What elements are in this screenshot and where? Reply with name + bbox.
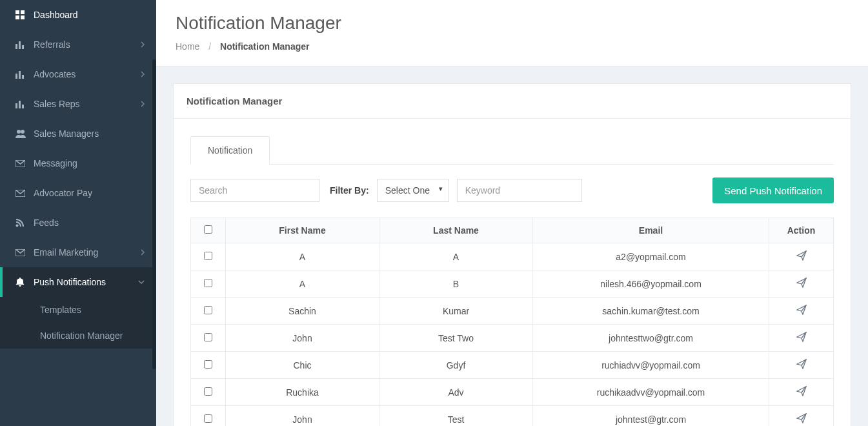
table-row: Sachin Kumar sachin.kumar@test.com [191,298,834,325]
cell-first-name: Ruchika [226,379,379,406]
main-content: Notification Manager Home / Notification… [156,0,868,426]
table-row: Ruchika Adv ruchikaadvv@yopmail.com [191,379,834,406]
sidebar-item-sales-reps[interactable]: Sales Reps [0,89,156,119]
tab-bar: Notification [190,136,834,165]
svg-point-15 [16,225,19,227]
sidebar-item-label: Sales Managers [34,128,145,139]
envelope-icon [15,249,34,256]
sidebar-item-referrals[interactable]: Referrals [0,30,156,59]
send-action-icon[interactable] [796,305,807,315]
card-notification-manager: Notification Manager Notification Filter… [173,83,851,426]
cell-last-name: B [379,270,533,298]
send-action-icon[interactable] [796,332,807,342]
card-title: Notification Manager [174,84,851,119]
sidebar-item-email-marketing[interactable]: Email Marketing [0,238,156,267]
sidebar-subitem-notification-manager[interactable]: Notification Manager [0,323,156,349]
sidebar-item-dashboard[interactable]: Dashboard [0,0,156,30]
send-action-icon[interactable] [796,386,807,396]
bell-icon [15,278,34,287]
sidebar-item-label: Messaging [34,158,145,168]
cell-email: johntest@gtr.com [533,406,769,427]
page-header: Notification Manager Home / Notification… [156,0,868,66]
sidebar-item-feeds[interactable]: Feeds [0,208,156,238]
svg-rect-11 [19,101,21,108]
column-header: Email [533,218,769,243]
send-action-icon[interactable] [796,413,807,423]
cell-email: johntesttwo@gtr.com [533,325,769,352]
sidebar-item-label: Sales Reps [34,99,141,109]
svg-rect-9 [22,75,24,79]
row-checkbox[interactable] [204,306,212,314]
sidebar-item-messaging[interactable]: Messaging [0,148,156,178]
page-title: Notification Manager [176,13,849,34]
send-action-icon[interactable] [796,278,807,288]
svg-rect-7 [15,74,17,79]
sidebar-item-label: Referrals [34,39,141,50]
sidebar-item-advocator-pay[interactable]: Advocator Pay [0,178,156,208]
cell-email: ruchiadvv@yopmail.com [533,352,769,379]
chevron-right-icon [141,249,145,256]
cell-first-name: Chic [226,352,379,379]
cell-email: ruchikaadvv@yopmail.com [533,379,769,406]
bars-icon [15,40,34,49]
sidebar-subitem-templates[interactable]: Templates [0,297,156,323]
column-header: First Name [226,218,379,243]
tab-notification[interactable]: Notification [190,136,270,165]
row-checkbox[interactable] [204,414,212,423]
svg-rect-6 [22,45,24,49]
cell-last-name: Kumar [379,298,533,325]
table-row: Chic Gdyf ruchiadvv@yopmail.com [191,352,834,379]
chevron-right-icon [141,71,145,77]
table-row: A B nilesh.466@yopmail.com [191,270,834,298]
breadcrumb-home[interactable]: Home [176,41,199,52]
svg-rect-12 [22,105,24,108]
filter-by-label: Filter By: [330,185,369,196]
table-row: A A a2@yopmail.com [191,243,834,270]
cell-last-name: Gdyf [379,352,533,379]
sidebar: Dashboard Referrals Advocates Sales Reps… [0,0,156,426]
cell-email: sachin.kumar@test.com [533,298,769,325]
send-push-notification-button[interactable]: Send Push Notification [712,178,834,203]
send-action-icon[interactable] [796,359,807,369]
search-input[interactable] [190,179,319,202]
row-checkbox[interactable] [204,360,212,369]
rss-icon [15,218,34,227]
cell-first-name: A [226,270,379,298]
svg-point-13 [17,130,21,134]
cell-first-name: Sachin [226,298,379,325]
svg-point-14 [21,130,25,134]
svg-rect-2 [15,15,19,19]
envelope-icon [15,190,34,197]
keyword-input[interactable] [457,179,582,202]
sidebar-item-push-notifications[interactable]: Push Notifications [0,267,156,297]
breadcrumb-current: Notification Manager [220,41,309,52]
filter-row: Filter By: Select One Send Push Notifica… [190,178,834,203]
filter-select[interactable]: Select One [377,179,449,202]
svg-rect-10 [15,103,17,108]
sidebar-scrollbar-track [152,0,156,426]
sidebar-scrollbar-thumb[interactable] [152,59,156,369]
row-checkbox[interactable] [204,387,212,396]
cell-first-name: John [226,325,379,352]
table-row: John Test johntest@gtr.com [191,406,834,427]
row-checkbox[interactable] [204,252,212,260]
row-checkbox[interactable] [204,333,212,341]
column-header: Last Name [379,218,533,243]
column-checkbox [191,218,226,243]
svg-rect-5 [19,41,21,49]
bars-icon [15,99,34,108]
cell-first-name: A [226,243,379,270]
chevron-right-icon [141,101,145,107]
sidebar-item-advocates[interactable]: Advocates [0,59,156,89]
sidebar-item-sales-managers[interactable]: Sales Managers [0,119,156,148]
svg-rect-1 [21,10,25,14]
sidebar-item-label: Feeds [34,218,145,228]
users-icon [15,129,34,138]
cell-last-name: Test Two [379,325,533,352]
send-action-icon[interactable] [796,250,807,261]
sidebar-item-label: Email Marketing [34,247,141,258]
row-checkbox[interactable] [204,279,212,287]
envelope-icon [15,160,34,167]
select-all-checkbox[interactable] [204,225,212,234]
sidebar-item-label: Advocates [34,69,141,79]
